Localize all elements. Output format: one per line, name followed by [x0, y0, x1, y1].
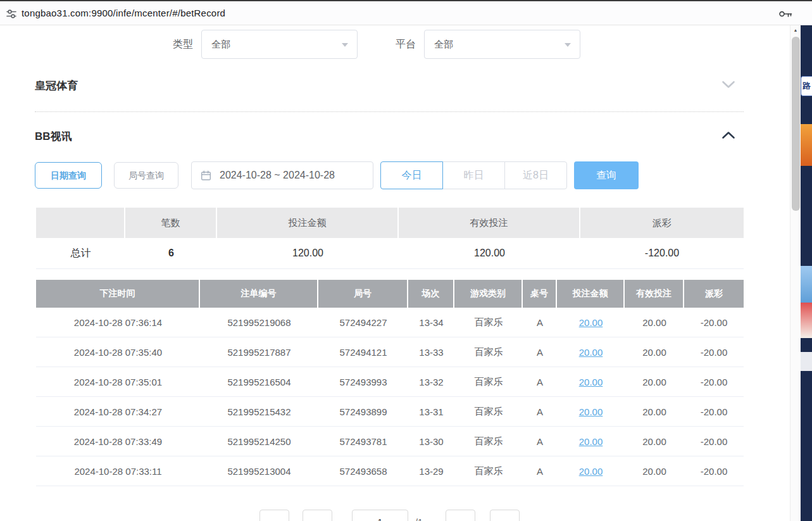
chevron-down-icon — [565, 43, 571, 47]
quick-range-group: 今日 昨日 近8日 — [380, 161, 567, 189]
session-cell: 13-29 — [408, 456, 454, 486]
table-number-cell: A — [523, 456, 557, 486]
bet-table-body: 2024-10-28 07:36:14521995219068572494227… — [36, 308, 744, 486]
scrollbar-thumb[interactable] — [792, 37, 800, 211]
date-range-input[interactable]: 2024-10-28 ~ 2024-10-28 — [191, 161, 373, 189]
bet-amount-link[interactable]: 20.00 — [579, 436, 603, 447]
table-row: 2024-10-28 07:36:14521995219068572494227… — [36, 308, 744, 337]
table-number-cell: A — [523, 367, 557, 397]
col-payout: 派彩 — [684, 280, 744, 308]
chevron-up-icon[interactable] — [721, 130, 737, 141]
prev-page-button[interactable]: ‹ — [303, 510, 332, 521]
summary-col-blank — [36, 208, 125, 238]
payout-cell: -20.00 — [684, 367, 744, 397]
section-divider — [35, 111, 744, 112]
bet-time-cell: 2024-10-28 07:34:27 — [36, 397, 200, 427]
date-query-button[interactable]: 日期查询 — [35, 162, 102, 189]
bet-number-cell: 521995217887 — [200, 337, 318, 367]
page-total-label: /1 — [415, 510, 423, 521]
session-cell: 13-34 — [408, 308, 454, 337]
summary-header-row: 笔数 投注金额 有效投注 派彩 — [36, 208, 744, 238]
bet-amount-cell: 20.00 — [557, 397, 625, 427]
col-bet-number: 注单编号 — [200, 280, 318, 308]
bet-detail-table: 下注时间 注单编号 局号 场次 游戏类别 桌号 投注金额 有效投注 派彩 202… — [36, 280, 744, 486]
chevron-down-icon[interactable] — [721, 80, 737, 90]
bet-amount-link[interactable]: 20.00 — [579, 317, 603, 328]
last-page-button[interactable]: » — [490, 510, 520, 521]
bet-amount-cell: 20.00 — [557, 427, 625, 456]
table-number-cell: A — [523, 337, 557, 367]
summary-total-row: 总计 6 120.00 120.00 -120.00 — [36, 238, 744, 269]
bet-amount-link[interactable]: 20.00 — [579, 347, 603, 358]
round-number-cell: 572494227 — [318, 308, 408, 337]
bet-amount-link[interactable]: 20.00 — [579, 406, 603, 417]
bet-amount-cell: 20.00 — [557, 456, 625, 486]
today-button[interactable]: 今日 — [380, 161, 443, 189]
payout-cell: -20.00 — [684, 456, 744, 486]
search-button[interactable]: 查询 — [574, 161, 639, 189]
session-cell: 13-31 — [408, 397, 454, 427]
bet-amount-link[interactable]: 20.00 — [579, 466, 603, 477]
col-table-number: 桌号 — [523, 280, 557, 308]
key-icon[interactable] — [778, 9, 792, 18]
table-number-cell: A — [523, 308, 557, 337]
bet-amount-link[interactable]: 20.00 — [579, 377, 603, 387]
next-page-button[interactable]: › — [446, 510, 475, 521]
bet-number-cell: 521995214250 — [200, 427, 318, 456]
bet-number-cell: 521995216504 — [200, 367, 318, 397]
promo-thumbnail-1[interactable] — [801, 124, 812, 166]
date-range-value: 2024-10-28 ~ 2024-10-28 — [220, 162, 335, 189]
round-number-cell: 572494121 — [318, 337, 408, 367]
col-bet-amount: 投注金额 — [557, 280, 625, 308]
pagination: « ‹ /1 › » — [259, 510, 532, 521]
payout-cell: -20.00 — [684, 427, 744, 456]
summary-table: 笔数 投注金额 有效投注 派彩 总计 6 120.00 120.00 -120.… — [36, 208, 744, 269]
table-row: 2024-10-28 07:33:11521995213004572493658… — [36, 456, 744, 486]
bet-amount-cell: 20.00 — [557, 367, 625, 397]
vertical-scrollbar[interactable]: ▲ — [790, 25, 801, 521]
summary-col-valid-bet: 有效投注 — [399, 208, 580, 238]
bet-number-cell: 521995219068 — [200, 308, 318, 337]
type-select[interactable]: 全部 — [201, 30, 358, 59]
session-cell: 13-30 — [408, 427, 454, 456]
payout-cell: -20.00 — [684, 308, 744, 337]
promo-thumbnail-3[interactable] — [801, 303, 812, 338]
bet-time-cell: 2024-10-28 07:33:49 — [36, 427, 200, 456]
bet-amount-cell: 20.00 — [557, 337, 625, 367]
calendar-icon — [201, 170, 211, 181]
valid-bet-cell: 20.00 — [625, 337, 684, 367]
url-text[interactable]: tongbao31.com:9900/infe/mcenter/#/betRec… — [22, 8, 225, 18]
table-number-cell: A — [523, 397, 557, 427]
payout-cell: -20.00 — [684, 397, 744, 427]
platform-select[interactable]: 全部 — [424, 30, 580, 59]
table-row: 2024-10-28 07:34:27521995215432572493899… — [36, 397, 744, 427]
col-session: 场次 — [408, 280, 454, 308]
table-row: 2024-10-28 07:35:40521995217887572494121… — [36, 337, 744, 367]
summary-col-payout: 派彩 — [580, 208, 744, 238]
summary-valid-bet-value: 120.00 — [399, 238, 580, 269]
page-input[interactable] — [352, 510, 408, 521]
game-type-cell: 百家乐 — [454, 456, 523, 486]
summary-col-bet-amount: 投注金额 — [217, 208, 399, 238]
promo-thumbnail-2[interactable] — [801, 266, 812, 303]
site-settings-icon[interactable] — [6, 8, 17, 20]
round-number-cell: 572493993 — [318, 367, 408, 397]
round-number-cell: 572493658 — [318, 456, 408, 486]
bet-time-cell: 2024-10-28 07:33:11 — [36, 456, 200, 486]
road-map-tab[interactable]: 路 — [801, 76, 812, 96]
round-query-button[interactable]: 局号查询 — [114, 162, 178, 189]
detail-header-row: 下注时间 注单编号 局号 场次 游戏类别 桌号 投注金额 有效投注 派彩 — [36, 280, 744, 308]
bet-record-page: 类型 全部 平台 全部 皇冠体育 BB视讯 日期查询 局号查询 — [0, 25, 790, 521]
round-number-cell: 572493899 — [318, 397, 408, 427]
section-bb-video-title: BB视讯 — [35, 129, 72, 144]
valid-bet-cell: 20.00 — [625, 456, 684, 486]
platform-filter-label: 平台 — [384, 30, 416, 59]
last-8-days-button[interactable]: 近8日 — [504, 161, 567, 189]
summary-payout-value: -120.00 — [580, 238, 744, 269]
bet-time-cell: 2024-10-28 07:36:14 — [36, 308, 200, 337]
game-type-cell: 百家乐 — [454, 367, 523, 397]
yesterday-button[interactable]: 昨日 — [442, 161, 505, 189]
promo-thumbnail-4[interactable] — [801, 352, 812, 371]
scroll-up-arrow-icon[interactable]: ▲ — [790, 25, 801, 35]
first-page-button[interactable]: « — [259, 510, 289, 521]
